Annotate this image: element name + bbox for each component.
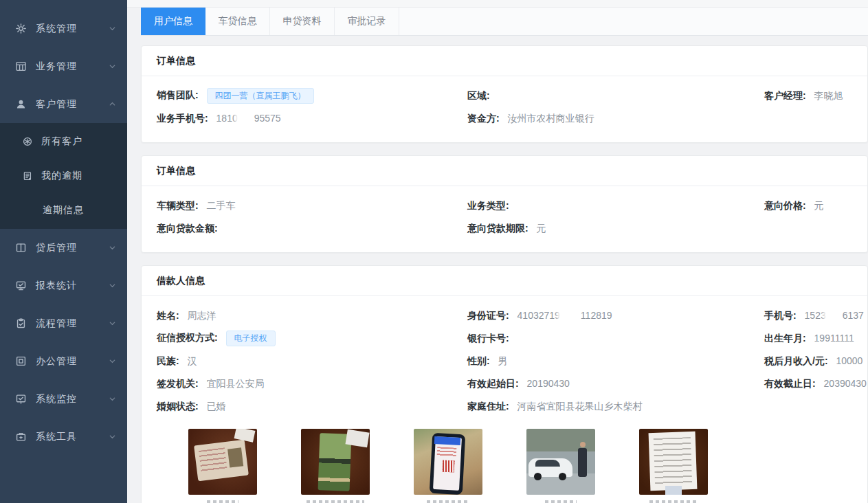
- phone-qr-photo[interactable]: [414, 429, 482, 503]
- field-valid-from: 有效起始日: 20190430: [467, 378, 764, 390]
- chevron-up-icon: [109, 100, 116, 108]
- privacy-blur: [826, 311, 843, 320]
- chevron-down-icon: [109, 244, 116, 252]
- photo-caption: [207, 500, 238, 503]
- field-bank-card: 银行卡号:: [467, 333, 764, 345]
- toolbox-icon: [15, 432, 26, 443]
- field-sales-team: 销售团队: 四团一营（直属王鹏飞）: [157, 88, 467, 103]
- field-funder: 资金方: 汝州市农村商业银行: [467, 113, 764, 125]
- order-info-card-1: 订单信息 销售团队: 四团一营（直属王鹏飞） 区域: 客户经理: 李晓旭: [141, 45, 868, 143]
- circle-asterisk-icon: [22, 136, 33, 147]
- sidebar-item-label: 逾期信息: [43, 204, 116, 216]
- sidebar-item-report-stats[interactable]: 报表统计: [0, 267, 127, 304]
- app-window: 系统管理 业务管理 客户管理: [0, 0, 868, 503]
- main-content: 用户信息 车贷信息 申贷资料 审批记录 订单信息 销售团队: 四团一营（直属王鹏…: [127, 0, 868, 503]
- photo-caption: [307, 500, 364, 503]
- sidebar-item-label: 客户管理: [36, 98, 109, 111]
- tab-loan-application-docs[interactable]: 申贷资料: [270, 8, 335, 35]
- sidebar-item-process-mgmt[interactable]: 流程管理: [0, 304, 127, 342]
- person-with-car-photo[interactable]: [526, 429, 595, 503]
- chevron-down-icon: [109, 63, 116, 70]
- field-region: 区域:: [467, 90, 764, 102]
- sidebar-item-system-monitor[interactable]: 系统监控: [0, 380, 127, 418]
- sidebar-item-label: 系统监控: [36, 393, 109, 405]
- tabs-filler: [399, 8, 868, 35]
- sidebar-item-system-tools[interactable]: 系统工具: [0, 418, 127, 456]
- order-info-card-2: 订单信息 车辆类型: 二手车 业务类型: 意向价格: 元: [141, 155, 868, 253]
- field-business-type: 业务类型:: [467, 200, 764, 212]
- sidebar: 系统管理 业务管理 客户管理: [0, 0, 127, 503]
- sidebar-item-label: 业务管理: [36, 60, 109, 73]
- field-address: 家庭住址: 河南省宜阳县花果山乡木柴村: [467, 401, 764, 413]
- sidebar-item-label: 办公管理: [36, 355, 109, 368]
- chevron-down-icon: [109, 357, 116, 365]
- tab-approval-records[interactable]: 审批记录: [335, 8, 399, 35]
- chevron-down-icon: [109, 282, 116, 289]
- tab-car-loan-info[interactable]: 车贷信息: [205, 8, 270, 35]
- field-intent-price: 意向价格: 元: [764, 200, 852, 212]
- user-icon: [15, 99, 26, 110]
- field-mobile: 手机号: 15236137: [764, 310, 864, 322]
- sidebar-item-label: 系统工具: [36, 431, 109, 443]
- chevron-down-icon: [109, 320, 116, 327]
- chevron-down-icon: [109, 395, 116, 403]
- sidebar-item-overdue-info[interactable]: 逾期信息: [0, 193, 127, 227]
- card-title: 订单信息: [142, 46, 867, 76]
- gear-icon: [15, 23, 26, 34]
- field-customer-manager: 客户经理: 李晓旭: [764, 90, 852, 102]
- sidebar-item-customer-mgmt[interactable]: 客户管理: [0, 85, 127, 123]
- field-valid-to: 有效截止日: 20390430: [764, 378, 867, 390]
- grid-icon: [15, 61, 26, 72]
- book-icon: [15, 243, 26, 254]
- top-strip: [127, 0, 868, 8]
- sidebar-item-office-mgmt[interactable]: 办公管理: [0, 342, 127, 380]
- credit-auth-tag: 电子授权: [226, 331, 276, 346]
- sidebar-item-business-mgmt[interactable]: 业务管理: [0, 47, 127, 85]
- id-card-photo[interactable]: [188, 429, 257, 503]
- field-ethnic: 民族: 汉: [157, 355, 467, 368]
- monitor-check-icon: [15, 394, 26, 405]
- photo-caption: [649, 500, 698, 503]
- field-intent-loan-amount: 意向贷款金额:: [157, 223, 467, 235]
- sidebar-submenu-customer: 所有客户 我的逾期 逾期信息: [0, 123, 127, 229]
- field-name: 姓名: 周志洋: [157, 310, 467, 322]
- sidebar-item-postloan-mgmt[interactable]: 贷后管理: [0, 229, 127, 267]
- field-credit-auth: 征信授权方式: 电子授权: [157, 331, 467, 346]
- card-title: 借款人信息: [142, 266, 867, 296]
- borrower-photos: [188, 429, 852, 503]
- borrower-info-card: 借款人信息 姓名: 周志洋 身份证号: 41032719112819 手机号: …: [141, 265, 868, 503]
- paper-document-photo[interactable]: [639, 429, 708, 503]
- notebook-icon: [22, 170, 33, 181]
- sidebar-item-label: 系统管理: [36, 23, 109, 35]
- sidebar-item-label: 流程管理: [36, 317, 109, 330]
- field-business-phone: 业务手机号: 181095575: [157, 113, 467, 125]
- clipboard-icon: [15, 318, 26, 329]
- field-intent-loan-term: 意向贷款期限: 元: [467, 223, 764, 235]
- sidebar-item-label: 报表统计: [36, 280, 109, 292]
- photo-caption: [545, 500, 577, 503]
- photo-caption: [427, 500, 469, 503]
- field-income: 税后月收入/元: 10000: [764, 355, 863, 368]
- sidebar-item-all-customers[interactable]: 所有客户: [0, 124, 127, 159]
- chevron-down-icon: [109, 433, 116, 440]
- green-booklet-photo[interactable]: [301, 429, 370, 503]
- field-vehicle-type: 车辆类型: 二手车: [157, 200, 467, 212]
- privacy-blur: [238, 114, 254, 122]
- sidebar-item-system-mgmt[interactable]: 系统管理: [0, 10, 127, 47]
- sidebar-item-my-overdue[interactable]: 我的逾期: [0, 159, 127, 193]
- sidebar-item-label: 所有客户: [41, 135, 116, 148]
- field-id-number: 身份证号: 41032719112819: [467, 310, 764, 322]
- card-title: 订单信息: [142, 156, 867, 186]
- chevron-down-icon: [109, 25, 116, 32]
- field-marital: 婚姻状态: 已婚: [157, 401, 467, 413]
- field-gender: 性别: 男: [467, 355, 764, 368]
- sales-team-tag[interactable]: 四团一营（直属王鹏飞）: [207, 88, 314, 103]
- field-issuer: 签发机关: 宜阳县公安局: [157, 378, 467, 390]
- tab-user-info[interactable]: 用户信息: [141, 8, 205, 35]
- detail-tabs: 用户信息 车贷信息 申贷资料 审批记录: [141, 8, 868, 36]
- sidebar-item-label: 我的逾期: [41, 170, 116, 182]
- privacy-blur: [560, 311, 581, 320]
- component-icon: [15, 356, 26, 367]
- field-birth: 出生年月: 19911111: [764, 333, 854, 345]
- sidebar-item-label: 贷后管理: [36, 242, 109, 254]
